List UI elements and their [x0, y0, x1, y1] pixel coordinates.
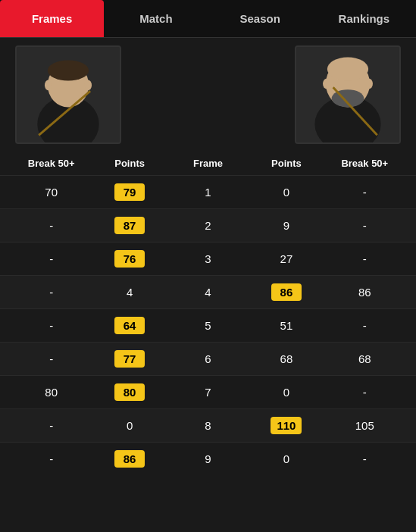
cell-points-right: 68 — [247, 352, 325, 365]
svg-point-5 — [45, 80, 52, 91]
cell-frame: 9 — [169, 452, 247, 465]
cell-points-right: 110 — [247, 417, 325, 434]
cell-points-left: 4 — [90, 286, 168, 299]
table-row: 808070- — [0, 375, 416, 408]
cell-points-right: 27 — [247, 252, 325, 265]
cell-break-left: - — [12, 352, 90, 365]
points-highlight-left: 76 — [114, 250, 145, 268]
points-highlight-left: 64 — [114, 317, 145, 334]
player-right-avatar — [295, 45, 401, 144]
header-break50-left: Break 50+ — [12, 158, 90, 169]
cell-break-right: - — [326, 386, 404, 399]
cell-points-left: 77 — [90, 350, 168, 368]
cell-points-right: 9 — [247, 219, 325, 232]
players-section — [0, 38, 416, 152]
tab-match[interactable]: Match — [104, 0, 208, 37]
cell-points-left: 64 — [90, 317, 168, 334]
header-points-right: Points — [247, 158, 325, 169]
cell-frame: 7 — [169, 386, 247, 399]
cell-frame: 4 — [169, 286, 247, 299]
header-frame: Frame — [169, 158, 247, 169]
points-highlight-right: 110 — [271, 417, 302, 434]
points-highlight-left: 77 — [114, 350, 145, 368]
cell-points-left: 87 — [90, 217, 168, 234]
cell-points-right: 51 — [247, 319, 325, 332]
points-highlight-left: 86 — [114, 450, 145, 468]
cell-points-left: 76 — [90, 250, 168, 268]
cell-break-left: - — [12, 452, 90, 465]
cell-points-left: 79 — [90, 183, 168, 201]
cell-break-left: - — [12, 419, 90, 432]
cell-break-right: 86 — [326, 286, 404, 299]
points-highlight-right: 86 — [271, 283, 302, 301]
cell-break-right: - — [326, 219, 404, 232]
cell-break-right: 68 — [326, 352, 404, 365]
cell-frame: 2 — [169, 219, 247, 232]
cell-frame: 6 — [169, 352, 247, 365]
svg-point-14 — [365, 79, 373, 89]
tab-bar: Frames Match Season Rankings — [0, 0, 416, 38]
cell-frame: 3 — [169, 252, 247, 265]
cell-break-right: 105 — [326, 419, 404, 432]
cell-points-right: 0 — [247, 386, 325, 399]
header-break50-right: Break 50+ — [326, 158, 404, 169]
cell-frame: 1 — [169, 186, 247, 199]
table-row: -8729- — [0, 208, 416, 242]
svg-point-13 — [323, 79, 330, 89]
tab-season[interactable]: Season — [208, 0, 312, 37]
cell-break-left: 70 — [12, 186, 90, 199]
table-row: -08110105 — [0, 408, 416, 442]
tab-rankings[interactable]: Rankings — [312, 0, 416, 37]
cell-points-left: 80 — [90, 383, 168, 401]
tab-frames[interactable]: Frames — [0, 0, 104, 37]
table-row: -8690- — [0, 442, 416, 475]
stats-headers: Break 50+ Points Frame Points Break 50+ — [0, 152, 416, 175]
cell-points-right: 0 — [247, 186, 325, 199]
player-left-avatar — [15, 45, 121, 144]
cell-break-left: - — [12, 219, 90, 232]
svg-point-6 — [84, 80, 92, 91]
table-row: -7766868 — [0, 342, 416, 375]
header-points-left: Points — [90, 158, 168, 169]
points-highlight-left: 87 — [114, 217, 145, 234]
svg-point-10 — [327, 58, 368, 81]
points-highlight-left: 80 — [114, 383, 145, 401]
svg-point-3 — [48, 60, 89, 80]
cell-break-left: - — [12, 319, 90, 332]
cell-break-left: - — [12, 286, 90, 299]
cell-points-left: 0 — [90, 419, 168, 432]
cell-break-left: - — [12, 252, 90, 265]
cell-points-left: 86 — [90, 450, 168, 468]
table-row: -76327- — [0, 242, 416, 275]
cell-frame: 5 — [169, 319, 247, 332]
cell-break-right: - — [326, 319, 404, 332]
cell-break-right: - — [326, 452, 404, 465]
points-highlight-left: 79 — [114, 183, 145, 201]
table-row: 707910- — [0, 175, 416, 208]
cell-points-right: 86 — [247, 283, 325, 301]
cell-points-right: 0 — [247, 452, 325, 465]
cell-break-left: 80 — [12, 386, 90, 399]
table-row: -448686 — [0, 275, 416, 308]
table-row: -64551- — [0, 308, 416, 342]
cell-frame: 8 — [169, 419, 247, 432]
cell-break-right: - — [326, 186, 404, 199]
cell-break-right: - — [326, 252, 404, 265]
stats-rows: 707910--8729--76327--448686-64551--77668… — [0, 175, 416, 475]
